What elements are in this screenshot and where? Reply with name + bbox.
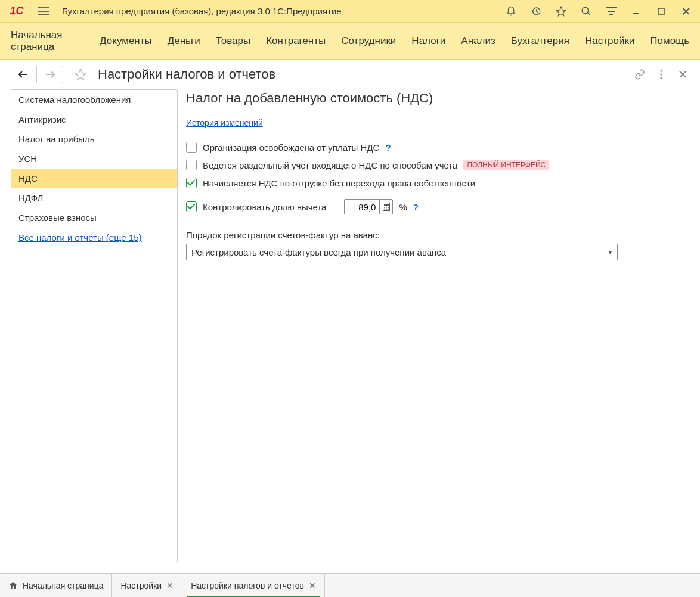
close-icon[interactable] [676,3,696,20]
menu-counterparties[interactable]: Контрагенты [266,35,326,47]
svg-point-8 [384,207,385,208]
invoice-reg-label: Порядок регистрации счетов-фактур на ава… [186,230,689,240]
row-deduction-control: Контролировать долю вычета % ? [186,199,689,214]
titlebar: 1C Бухгалтерия предприятия (базовая), ре… [0,0,700,23]
svg-point-13 [388,209,389,210]
menu-employees[interactable]: Сотрудники [341,35,396,47]
menu-taxes[interactable]: Налоги [411,35,445,47]
checkbox-exempt[interactable] [186,142,197,153]
page-title: Настройки налогов и отчетов [98,67,275,82]
footer-tab-label: Настройки налогов и отчетов [191,581,304,590]
help-icon[interactable]: ? [413,202,419,212]
sidebar-item-anticrisis[interactable]: Антикризис [11,110,177,129]
footer-tabs: Начальная страница Настройки ✕ Настройки… [0,573,700,597]
svg-point-12 [386,209,387,210]
nav-forward-button[interactable] [36,66,63,83]
maximize-icon[interactable] [651,3,671,20]
label-separate-accounting: Ведется раздельный учет входящего НДС по… [203,160,457,170]
menu-goods[interactable]: Товары [216,35,250,47]
search-icon[interactable] [576,3,596,20]
menu-start[interactable]: Начальная страница [11,29,84,53]
hamburger-icon[interactable] [33,3,54,20]
row-exempt: Организация освобождена от уплаты НДС ? [186,142,689,153]
sidebar-item-usn[interactable]: УСН [11,149,177,169]
vat-heading: Налог на добавленную стоимость (НДС) [186,91,689,106]
page-header: Настройки налогов и отчетов [0,60,700,89]
tab-close-icon[interactable]: ✕ [309,581,316,590]
svg-point-9 [386,207,387,208]
menu-accounting[interactable]: Бухгалтерия [511,35,569,47]
invoice-reg-dropdown[interactable]: Регистрировать счета-фактуры всегда при … [186,244,618,260]
row-separate-accounting: Ведется раздельный учет входящего НДС по… [186,160,689,170]
footer-tab-label: Начальная страница [23,581,103,590]
page-close-icon[interactable] [674,66,692,83]
svg-point-1 [582,7,589,14]
bell-icon[interactable] [501,3,521,20]
sidebar-item-insurance[interactable]: Страховые взносы [11,208,177,228]
percent-label: % [399,202,407,212]
footer-tab-tax-settings[interactable]: Настройки налогов и отчетов ✕ [182,574,325,597]
badge-full-interface: ПОЛНЫЙ ИНТЕРФЕЙС [463,160,549,170]
svg-point-11 [384,209,385,210]
chevron-down-icon[interactable]: ▼ [603,244,617,260]
svg-rect-2 [658,8,664,14]
footer-tab-start[interactable]: Начальная страница [0,574,112,597]
app-title: Бухгалтерия предприятия (базовая), редак… [62,6,342,16]
link-icon[interactable] [631,66,649,83]
menu-settings[interactable]: Настройки [585,35,634,47]
menu-analysis[interactable]: Анализ [461,35,495,47]
footer-tab-label: Настройки [120,581,162,590]
svg-point-3 [660,70,662,71]
tab-close-icon[interactable]: ✕ [166,581,174,590]
calculator-icon[interactable] [379,200,392,214]
content-pane: Налог на добавленную стоимость (НДС) Ист… [186,89,689,562]
sidebar: Система налогообложения Антикризис Налог… [11,89,178,562]
menu-money[interactable]: Деньги [168,35,200,47]
checkbox-shipment-vat[interactable] [186,178,197,188]
app-logo: 1C [5,4,29,18]
body-area: Система налогообложения Антикризис Налог… [0,89,700,573]
deduction-input[interactable] [345,200,379,214]
svg-rect-7 [384,204,389,206]
nav-buttons [10,66,63,83]
nav-back-button[interactable] [10,66,36,83]
minimize-icon[interactable] [626,3,646,20]
help-icon[interactable]: ? [385,142,391,153]
svg-point-5 [660,77,662,79]
favorite-star-icon[interactable] [70,66,91,83]
menubar: Начальная страница Документы Деньги Това… [0,23,700,60]
sidebar-all-taxes-link[interactable]: Все налоги и отчеты (еще 15) [11,228,177,247]
checkbox-deduction-control[interactable] [186,201,197,212]
star-icon[interactable] [551,3,571,20]
footer-tab-settings[interactable]: Настройки ✕ [112,574,182,597]
svg-point-4 [660,73,662,75]
home-icon [8,581,18,590]
history-link[interactable]: История изменений [186,118,689,128]
label-deduction-control: Контролировать долю вычета [203,202,326,212]
menu-help[interactable]: Помощь [650,35,689,47]
label-exempt: Организация освобождена от уплаты НДС [203,142,379,153]
history-icon[interactable] [526,3,546,20]
sidebar-item-profit-tax[interactable]: Налог на прибыль [11,129,177,149]
label-shipment-vat: Начисляется НДС по отгрузке без перехода… [203,178,475,188]
invoice-reg-value: Регистрировать счета-фактуры всегда при … [187,247,603,257]
svg-point-10 [388,207,389,208]
deduction-input-wrap [344,199,393,214]
filter-icon[interactable] [601,3,621,20]
menu-documents[interactable]: Документы [100,35,152,47]
checkbox-separate-accounting[interactable] [186,160,197,170]
sidebar-item-tax-system[interactable]: Система налогообложения [11,90,177,110]
sidebar-item-vat[interactable]: НДС [11,169,177,188]
sidebar-item-ndfl[interactable]: НДФЛ [11,188,177,208]
row-shipment-vat: Начисляется НДС по отгрузке без перехода… [186,178,689,188]
more-icon[interactable] [652,66,670,83]
